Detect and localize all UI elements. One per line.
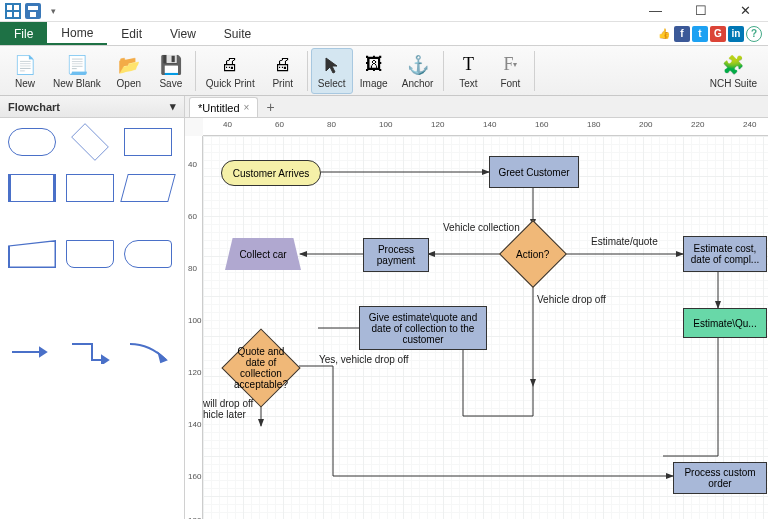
- anchor-button[interactable]: ⚓Anchor: [395, 48, 441, 94]
- shape-parallelogram[interactable]: [120, 174, 176, 202]
- thumbsup-icon[interactable]: 👍: [656, 26, 672, 42]
- minimize-button[interactable]: —: [633, 0, 678, 22]
- anchor-icon: ⚓: [406, 53, 430, 77]
- svg-marker-9: [40, 348, 46, 356]
- chevron-down-icon: ▾: [170, 100, 176, 113]
- shape-arrow[interactable]: [10, 340, 54, 364]
- vertical-ruler: 4060 80100 120140 160180: [185, 136, 203, 519]
- shape-display[interactable]: [124, 240, 172, 268]
- new-icon: 📄: [13, 53, 37, 77]
- horizontal-ruler: 4060 80100 120140 160180 200220 240: [203, 118, 768, 136]
- svg-rect-2: [14, 5, 19, 10]
- svg-rect-6: [28, 6, 38, 10]
- shape-data[interactable]: [66, 174, 114, 202]
- close-button[interactable]: ✕: [723, 0, 768, 22]
- qat-app-icon[interactable]: [4, 2, 22, 20]
- font-button[interactable]: F▾Font: [489, 48, 531, 94]
- quickprint-button[interactable]: 🖨Quick Print: [199, 48, 262, 94]
- edge-yes-dropoff: Yes, vehicle drop off: [319, 354, 409, 365]
- open-icon: 📂: [117, 53, 141, 77]
- text-button[interactable]: TText: [447, 48, 489, 94]
- flowchart-canvas[interactable]: Customer Arrives Greet Customer Collect …: [203, 136, 768, 519]
- text-icon: T: [456, 53, 480, 77]
- menu-view[interactable]: View: [156, 22, 210, 45]
- shape-card[interactable]: [66, 240, 114, 268]
- select-button[interactable]: Select: [311, 48, 353, 94]
- shape-process[interactable]: [124, 128, 172, 156]
- print-button[interactable]: 🖨Print: [262, 48, 304, 94]
- newblank-button[interactable]: 📃New Blank: [46, 48, 108, 94]
- document-tab-label: *Untitled: [198, 102, 240, 114]
- new-button[interactable]: 📄New: [4, 48, 46, 94]
- open-button[interactable]: 📂Open: [108, 48, 150, 94]
- font-icon: F▾: [498, 53, 522, 77]
- node-customer-arrives[interactable]: Customer Arrives: [221, 160, 321, 186]
- twitter-icon[interactable]: t: [692, 26, 708, 42]
- close-tab-icon[interactable]: ×: [244, 102, 250, 113]
- svg-rect-1: [7, 5, 12, 10]
- menu-edit[interactable]: Edit: [107, 22, 156, 45]
- maximize-button[interactable]: ☐: [678, 0, 723, 22]
- document-tab[interactable]: *Untitled ×: [189, 97, 258, 117]
- node-collect-car[interactable]: Collect car: [225, 238, 301, 270]
- node-estimate-quote[interactable]: Estimate\Qu...: [683, 308, 767, 338]
- quickprint-icon: 🖨: [218, 53, 242, 77]
- save-button[interactable]: 💾Save: [150, 48, 192, 94]
- newblank-icon: 📃: [65, 53, 89, 77]
- save-icon: 💾: [159, 53, 183, 77]
- select-icon: [320, 53, 344, 77]
- node-greet[interactable]: Greet Customer: [489, 156, 579, 188]
- node-process-order[interactable]: Process custom order: [673, 462, 767, 494]
- node-quote-date[interactable]: Quote and date of collection acceptable?: [221, 328, 300, 407]
- shapes-panel-header[interactable]: Flowchart ▾: [0, 96, 184, 118]
- menu-home[interactable]: Home: [47, 22, 107, 45]
- shape-terminator[interactable]: [8, 128, 56, 156]
- help-icon[interactable]: ?: [746, 26, 762, 42]
- edge-will-dropoff: will drop off hicle later: [203, 398, 263, 420]
- shape-predefined[interactable]: [8, 174, 56, 202]
- edge-vehicle-collection: Vehicle collection: [443, 222, 520, 233]
- shape-manual[interactable]: [8, 240, 56, 268]
- linkedin-icon[interactable]: in: [728, 26, 744, 42]
- shape-curve[interactable]: [126, 340, 170, 364]
- googleplus-icon[interactable]: G: [710, 26, 726, 42]
- svg-rect-3: [7, 12, 12, 17]
- menu-file[interactable]: File: [0, 22, 47, 45]
- facebook-icon[interactable]: f: [674, 26, 690, 42]
- qat-save-icon[interactable]: [24, 2, 42, 20]
- qat-dropdown-icon[interactable]: ▾: [44, 2, 62, 20]
- node-give-estimate[interactable]: Give estimate\quote and date of collecti…: [359, 306, 487, 350]
- node-process-payment[interactable]: Process payment: [363, 238, 429, 272]
- shape-decision[interactable]: [71, 123, 109, 161]
- edge-estimate-quote: Estimate/quote: [591, 236, 658, 247]
- svg-rect-7: [30, 12, 36, 17]
- image-icon: 🖼: [362, 53, 386, 77]
- nchsuite-icon: 🧩: [721, 53, 745, 77]
- shape-elbow[interactable]: [68, 340, 112, 364]
- menu-suite[interactable]: Suite: [210, 22, 265, 45]
- print-icon: 🖨: [271, 53, 295, 77]
- svg-marker-10: [102, 356, 108, 364]
- svg-marker-11: [159, 354, 166, 362]
- nchsuite-button[interactable]: 🧩NCH Suite: [703, 48, 764, 94]
- image-button[interactable]: 🖼Image: [353, 48, 395, 94]
- shapes-panel-title: Flowchart: [8, 101, 60, 113]
- edge-vehicle-dropoff: Vehicle drop off: [537, 294, 606, 305]
- svg-rect-4: [14, 12, 19, 17]
- node-estimate-cost[interactable]: Estimate cost, date of compl...: [683, 236, 767, 272]
- add-tab-button[interactable]: +: [258, 97, 282, 117]
